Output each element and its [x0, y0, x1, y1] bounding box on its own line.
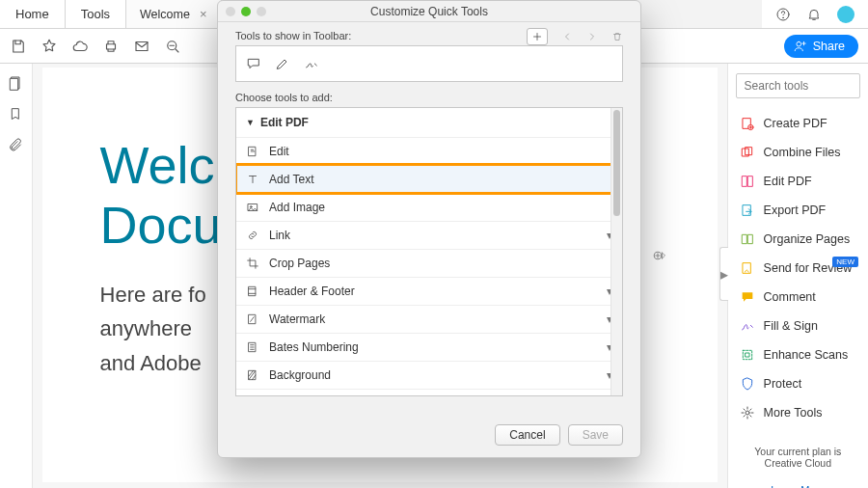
- dialog-row-header-footer[interactable]: Header & Footer▾: [236, 277, 622, 305]
- more-tools-icon: [740, 405, 755, 420]
- protect-icon: [740, 376, 755, 392]
- tool-item-label: Export PDF: [764, 203, 827, 217]
- tool-protect[interactable]: Protect: [736, 370, 860, 397]
- organize-pages-icon: [740, 231, 755, 247]
- bell-icon[interactable]: [806, 7, 822, 22]
- dialog-titlebar[interactable]: Customize Quick Tools: [218, 1, 640, 22]
- dialog-row-add-bookmark[interactable]: Add Bookmark: [236, 389, 622, 396]
- tool-export-pdf[interactable]: Export PDF: [736, 197, 860, 224]
- left-rail: [0, 64, 33, 488]
- star-icon[interactable]: [41, 38, 58, 55]
- prev-icon[interactable]: [561, 31, 573, 42]
- tool-send-for-review[interactable]: Send for ReviewNEW: [736, 255, 860, 282]
- zoom-out-icon[interactable]: [164, 38, 181, 55]
- crop-pages-icon: [246, 257, 259, 270]
- dialog-group-edit-pdf[interactable]: ▼Edit PDF: [236, 108, 622, 137]
- watermark-icon: [246, 312, 259, 326]
- print-icon[interactable]: [102, 38, 120, 55]
- dialog-row-label: Header & Footer: [269, 285, 355, 298]
- edit-icon: [246, 145, 259, 158]
- right-tools-panel: ▸ Create PDFCombine FilesEdit PDFExport …: [728, 64, 868, 488]
- enhance-scans-icon: [740, 347, 755, 363]
- save-icon[interactable]: [10, 38, 27, 55]
- dialog-row-background[interactable]: Background▾: [236, 361, 622, 389]
- svg-rect-18: [746, 353, 749, 357]
- add-image-icon: [246, 201, 259, 214]
- tool-organize-pages[interactable]: Organize Pages: [736, 226, 860, 253]
- svg-rect-14: [742, 234, 746, 243]
- dialog-row-watermark[interactable]: Watermark▾: [236, 305, 622, 333]
- tool-item-label: Create PDF: [764, 117, 827, 130]
- add-text-icon: [246, 173, 259, 186]
- mail-icon[interactable]: [133, 38, 150, 55]
- close-tab-icon[interactable]: ×: [200, 7, 207, 21]
- learn-more-link[interactable]: Learn More: [736, 484, 860, 488]
- header-footer-icon: [246, 285, 259, 298]
- svg-rect-16: [743, 263, 750, 274]
- bates-numbering-icon: [246, 340, 259, 354]
- dialog-title: Customize Quick Tools: [370, 5, 488, 18]
- cancel-button[interactable]: Cancel: [495, 424, 559, 446]
- dialog-row-label: Bates Numbering: [269, 340, 359, 354]
- dialog-row-crop-pages[interactable]: Crop Pages: [236, 249, 622, 277]
- panel-collapse-handle[interactable]: ▸: [719, 247, 728, 301]
- dialog-row-edit[interactable]: Edit: [236, 137, 622, 165]
- tool-item-label: Comment: [764, 290, 816, 304]
- dialog-scrollbar-thumb[interactable]: [613, 110, 620, 216]
- next-icon[interactable]: [586, 31, 598, 42]
- export-pdf-icon: [740, 203, 755, 218]
- sign-icon[interactable]: [304, 56, 319, 71]
- cloud-icon[interactable]: [71, 38, 89, 55]
- svg-rect-23: [249, 286, 256, 295]
- comment-icon: [740, 289, 755, 305]
- window-traffic-lights[interactable]: [226, 7, 266, 16]
- tool-fill-sign[interactable]: Fill & Sign: [736, 312, 860, 339]
- create-pdf-icon: [740, 116, 755, 131]
- avatar[interactable]: [837, 6, 854, 23]
- svg-point-19: [746, 411, 749, 415]
- fill-sign-icon: [740, 318, 755, 334]
- tool-create-pdf[interactable]: Create PDF: [736, 110, 860, 137]
- new-badge: NEW: [832, 257, 858, 267]
- dialog-row-label: Crop Pages: [269, 257, 330, 270]
- dialog-scrollbar[interactable]: [610, 108, 622, 395]
- save-button[interactable]: Save: [568, 424, 623, 446]
- share-button[interactable]: Share: [784, 35, 858, 58]
- dialog-row-add-image[interactable]: Add Image: [236, 193, 622, 221]
- document-tab-label: Welcome: [140, 8, 190, 21]
- dialog-row-label: Watermark: [269, 312, 325, 326]
- label-choose-tools: Choose tools to add:: [235, 92, 623, 103]
- edit-pdf-icon: [740, 174, 755, 189]
- help-icon[interactable]: [775, 7, 791, 22]
- comment-icon[interactable]: [246, 56, 261, 71]
- bookmark-icon[interactable]: [8, 106, 23, 122]
- tool-enhance-scans[interactable]: Enhance Scans: [736, 341, 860, 368]
- document-tab-welcome[interactable]: Welcome ×: [126, 0, 221, 28]
- customize-quick-tools-dialog: Customize Quick Tools Tools to show in T…: [217, 0, 641, 458]
- tool-item-label: Organize Pages: [764, 232, 851, 246]
- add-to-toolbar-button[interactable]: [652, 247, 669, 268]
- dialog-top-actions: [527, 28, 623, 45]
- highlight-icon[interactable]: [275, 56, 290, 71]
- tool-more-tools[interactable]: More Tools: [736, 399, 860, 426]
- svg-rect-2: [107, 43, 116, 48]
- tool-item-label: More Tools: [764, 406, 823, 420]
- tool-edit-pdf[interactable]: Edit PDF: [736, 168, 860, 195]
- attachment-icon[interactable]: [8, 137, 23, 152]
- tool-combine-files[interactable]: Combine Files: [736, 139, 860, 166]
- trash-icon[interactable]: [611, 31, 623, 42]
- svg-rect-3: [136, 41, 148, 50]
- add-separator-button[interactable]: [527, 28, 548, 45]
- tab-home[interactable]: Home: [0, 0, 66, 28]
- dialog-row-bates-numbering[interactable]: Bates Numbering▾: [236, 333, 622, 361]
- svg-rect-6: [11, 78, 18, 90]
- svg-rect-17: [743, 350, 751, 359]
- tool-comment[interactable]: Comment: [736, 284, 860, 311]
- dialog-row-add-text[interactable]: Add Text: [236, 165, 622, 193]
- thumbnails-icon[interactable]: [8, 75, 23, 91]
- dialog-row-label: Add Image: [269, 201, 325, 214]
- dialog-row-link[interactable]: Link▾: [236, 221, 622, 249]
- search-tools-input[interactable]: [736, 73, 860, 98]
- tool-item-label: Protect: [764, 377, 802, 391]
- tab-tools[interactable]: Tools: [66, 0, 126, 28]
